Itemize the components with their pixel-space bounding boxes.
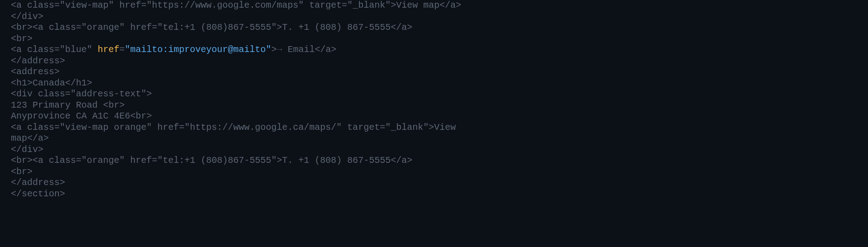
code-line[interactable]: Anyprovince CA A1C 4E6<br>: [11, 111, 868, 122]
code-token: <br>: [11, 166, 33, 177]
code-token: Email</a>: [282, 44, 336, 55]
code-token: <a class="blue": [11, 44, 98, 55]
code-token: </div>: [11, 144, 43, 155]
code-token: map</a>: [11, 133, 49, 143]
code-token: <h1>Canada</h1>: [11, 78, 92, 88]
code-token: <a class="view-map" href="https://www.go…: [11, 0, 461, 10]
code-line[interactable]: </address>: [11, 177, 868, 189]
code-token: href: [98, 44, 119, 55]
code-token: </address>: [11, 177, 65, 188]
code-line[interactable]: <br>: [11, 166, 868, 178]
code-line[interactable]: <h1>Canada</h1>: [11, 78, 868, 89]
code-token: "mailto:improveyour@mailto": [125, 44, 271, 55]
code-token: 123 Primary Road <br>: [11, 100, 125, 110]
code-token: →: [277, 44, 282, 55]
code-line[interactable]: <br><a class="orange" href="tel:+1 (808)…: [11, 22, 868, 33]
code-token: >: [271, 44, 277, 55]
code-token: <div class="address-text">: [11, 89, 152, 99]
code-token: <a class="view-map orange" href="https:/…: [11, 122, 456, 133]
code-token: </div>: [11, 11, 43, 22]
code-token: Anyprovince CA A1C 4E6<br>: [11, 111, 152, 121]
code-line[interactable]: </div>: [11, 11, 868, 23]
code-token: </section>: [11, 189, 65, 199]
code-token: </address>: [11, 56, 65, 66]
code-token: <br><a class="orange" href="tel:+1 (808)…: [11, 155, 412, 166]
code-line[interactable]: <br>: [11, 33, 868, 45]
code-token: =: [119, 44, 125, 55]
code-line[interactable]: <div class="address-text">: [11, 89, 868, 100]
code-line[interactable]: <a class="blue" href="mailto:improveyour…: [11, 44, 868, 56]
code-line[interactable]: </div>: [11, 144, 868, 156]
code-line[interactable]: </address>: [11, 56, 868, 67]
code-token: <br>: [11, 33, 33, 44]
code-line[interactable]: 123 Primary Road <br>: [11, 100, 868, 111]
code-editor[interactable]: <a class="view-map" href="https://www.go…: [0, 0, 868, 200]
code-line[interactable]: <a class="view-map orange" href="https:/…: [11, 122, 868, 133]
code-line[interactable]: map</a>: [11, 133, 868, 144]
code-line[interactable]: <a class="view-map" href="https://www.go…: [11, 0, 868, 11]
code-line[interactable]: <br><a class="orange" href="tel:+1 (808)…: [11, 155, 868, 166]
code-token: <br><a class="orange" href="tel:+1 (808)…: [11, 22, 412, 33]
code-token: <address>: [11, 66, 60, 77]
code-line[interactable]: <address>: [11, 66, 868, 78]
code-line[interactable]: </section>: [11, 189, 868, 200]
